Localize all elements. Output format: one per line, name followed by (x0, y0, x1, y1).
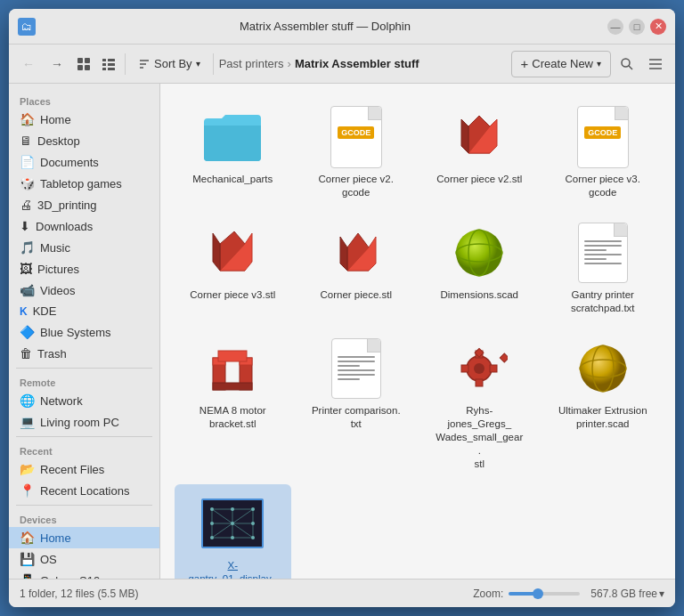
file-item-corner-v2-gcode[interactable]: GCODE Corner piece v2.gcode (298, 98, 415, 207)
file-label-dimensions-scad: Dimensions.scad (440, 288, 518, 302)
svg-rect-4 (102, 59, 106, 61)
file-item-ryhs-jones-stl[interactable]: Ryhs-jones_Gregs_Wades_small_gear.stl (421, 329, 538, 478)
sidebar-item-pictures[interactable]: 🖼 Pictures (9, 258, 159, 280)
view-icons-button[interactable] (73, 51, 94, 77)
view-details-button[interactable] (98, 51, 119, 77)
free-space-button[interactable]: 567.8 GB free ▾ (590, 588, 664, 600)
home-icon: 🏠 (20, 112, 35, 126)
sidebar-item-documents-label: Documents (40, 156, 99, 169)
sidebar-item-videos[interactable]: 📹 Videos (9, 280, 159, 301)
file-item-gantry-txt[interactable]: Gantry printerscratchpad.txt (545, 214, 662, 322)
file-item-corner-v2-stl[interactable]: Corner piece v2.stl (421, 98, 538, 207)
sidebar-item-3dprinting[interactable]: 🖨 3D_printing (9, 194, 159, 215)
txt-line (338, 369, 375, 371)
stl-icon-wrapper-3 (324, 221, 388, 285)
sidebar-item-desktop[interactable]: 🖥 Desktop (9, 130, 159, 151)
sidebar-item-documents[interactable]: 📄 Documents (9, 151, 159, 173)
videos-icon: 📹 (20, 283, 35, 297)
txt-icon-wrapper-1 (571, 221, 635, 285)
sidebar-item-galaxy[interactable]: 📱 Galaxy S10e (9, 570, 159, 579)
svg-point-59 (231, 507, 234, 511)
close-button[interactable]: ✕ (650, 19, 666, 35)
main-window: 🗂 Matrix Assembler stuff — Dolphin — □ ✕… (9, 9, 675, 607)
txt-line (584, 249, 607, 251)
breadcrumb-root[interactable]: Past printers (219, 57, 284, 70)
sidebar: Places 🏠 Home 🖥 Desktop 📄 Documents 🎲 Ta… (9, 84, 160, 579)
svg-rect-39 (476, 379, 483, 386)
svg-point-44 (580, 345, 626, 392)
sidebar-item-network[interactable]: 🌐 Network (9, 390, 159, 411)
zoom-label: Zoom: (473, 588, 503, 600)
file-item-ultimaker-scad[interactable]: Ultimaker Extrusionprinter.scad (545, 329, 662, 478)
window-title: Matrix Assembler stuff — Dolphin (43, 20, 607, 33)
sidebar-item-livingroom[interactable]: 💻 Living room PC (9, 411, 159, 433)
home-device-icon: 🏠 (20, 531, 35, 545)
file-item-corner-v3-gcode[interactable]: GCODE Corner piece v3.gcode (545, 98, 662, 207)
sort-by-label: Sort By (154, 57, 192, 70)
file-item-x-gantry-jpeg[interactable]: X-gantry_01_display_medium.jpeg (175, 484, 291, 579)
maximize-button[interactable]: □ (629, 19, 645, 35)
sidebar-item-recent-files[interactable]: 📂 Recent Files (9, 458, 159, 480)
file-item-dimensions-scad[interactable]: Dimensions.scad (421, 214, 538, 322)
sort-icon (138, 58, 151, 70)
sidebar-item-trash[interactable]: 🗑 Trash (9, 343, 159, 364)
sidebar-item-music[interactable]: 🎵 Music (9, 237, 159, 258)
file-item-nema-stl[interactable]: NEMA 8 motorbracket.stl (175, 329, 291, 478)
sidebar-item-kde[interactable]: K KDE (9, 301, 159, 321)
gcode-icon-2: GCODE (577, 106, 629, 168)
sidebar-item-blue-systems[interactable]: 🔷 Blue Systems (9, 321, 159, 343)
minimize-button[interactable]: — (607, 19, 623, 35)
zoom-slider[interactable] (509, 592, 580, 596)
sidebar-item-tabletop[interactable]: 🎲 Tabletop games (9, 173, 159, 194)
file-label-corner-v2-gcode: Corner piece v2.gcode (319, 173, 394, 199)
toolbar: ← → (9, 45, 675, 84)
sort-by-button[interactable]: Sort By ▾ (131, 51, 208, 77)
file-label-corner-v3-stl: Corner piece v3.stl (190, 288, 275, 302)
stl-icon-wrapper-1 (447, 105, 511, 169)
tabletop-icon: 🎲 (20, 176, 35, 190)
scad-sphere-icon-1 (451, 224, 508, 281)
svg-rect-35 (218, 351, 247, 361)
file-item-corner-v3-stl[interactable]: Corner piece v3.stl (175, 214, 291, 322)
sidebar-item-recent-locations[interactable]: 📍 Recent Locations (9, 480, 159, 501)
sidebar-item-home-device[interactable]: 🏠 Home (9, 527, 159, 548)
sidebar-item-home-device-label: Home (40, 531, 71, 545)
sidebar-item-os[interactable]: 💾 OS (9, 548, 159, 570)
svg-point-62 (231, 522, 234, 525)
svg-rect-8 (102, 68, 106, 70)
svg-rect-5 (108, 59, 115, 61)
blue-systems-icon: 🔷 (20, 325, 35, 339)
back-button[interactable]: ← (16, 52, 41, 77)
sort-by-chevron: ▾ (196, 59, 200, 69)
file-item-printer-comparison-txt[interactable]: Printer comparison.txt (298, 329, 415, 478)
txt-line (584, 245, 622, 247)
create-new-button[interactable]: + Create New ▾ (511, 51, 611, 77)
titlebar: 🗂 Matrix Assembler stuff — Dolphin — □ ✕ (9, 9, 675, 45)
svg-rect-40 (461, 365, 468, 372)
jpeg-thumbnail (201, 498, 264, 548)
forward-button[interactable]: → (45, 52, 69, 77)
breadcrumb: Past printers › Matrix Assembler stuff (219, 57, 508, 70)
create-new-chevron: ▾ (597, 59, 601, 69)
svg-point-61 (210, 522, 214, 525)
svg-point-37 (474, 363, 484, 374)
stl-icon-wrapper-5 (447, 336, 511, 401)
svg-point-64 (210, 536, 214, 539)
file-label-corner-v3-gcode: Corner piece v3.gcode (566, 173, 640, 199)
menu-button[interactable] (643, 52, 668, 77)
folder-icon-wrapper (200, 105, 265, 169)
file-item-corner-stl[interactable]: Corner piece.stl (298, 214, 415, 322)
file-item-mechanical-parts[interactable]: Mechanical_parts (175, 98, 291, 207)
search-button[interactable] (615, 52, 639, 77)
sidebar-item-home[interactable]: 🏠 Home (9, 109, 159, 130)
file-label-x-gantry-jpeg: X-gantry_01_display_medium.jpeg (188, 559, 277, 579)
free-space-chevron: ▾ (659, 588, 664, 600)
svg-rect-0 (77, 58, 83, 63)
svg-rect-2 (77, 65, 83, 70)
sidebar-item-downloads[interactable]: ⬇ Downloads (9, 215, 159, 237)
folder-icon (202, 111, 263, 163)
txt-line (584, 254, 622, 255)
txt-line (338, 361, 375, 362)
stl-nema-icon (204, 340, 261, 397)
svg-rect-3 (85, 65, 90, 70)
